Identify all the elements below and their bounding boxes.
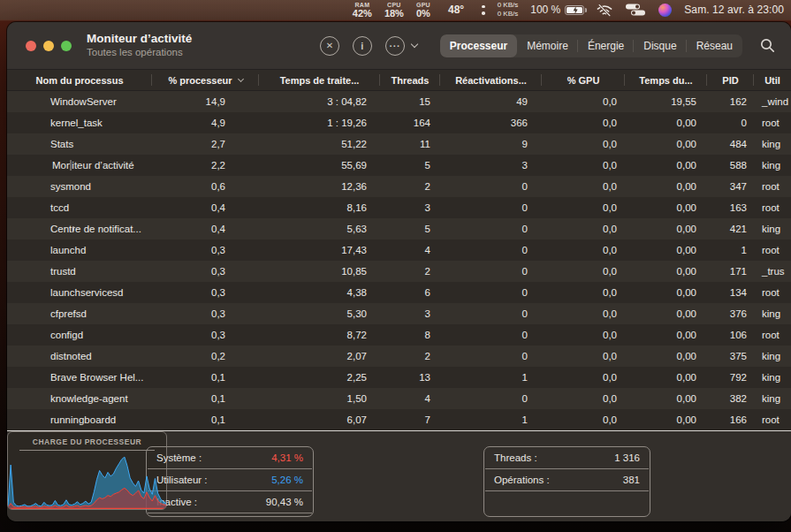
table-row[interactable]: WindowServer 14,9 3 : 04,82 15 49 0,0 19…	[7, 91, 791, 112]
process-name: knowledge-agent	[50, 393, 128, 404]
more-options-button[interactable]: ···	[385, 36, 405, 56]
threads-count: 2	[380, 266, 440, 277]
cpu-time: 8,16	[259, 202, 380, 213]
table-row[interactable]: cfprefsd 0,3 5,30 3 0 0,0 0,00 376 king	[7, 303, 791, 324]
search-icon[interactable]	[760, 38, 775, 53]
table-row[interactable]: kernel_task 4,9 1 : 19,26 164 366 0,0 0,…	[7, 112, 791, 133]
tab-processeur[interactable]: Processeur	[440, 34, 517, 57]
column-header-user[interactable]: Util	[754, 70, 791, 90]
table-row[interactable]: trustd 0,3 10,85 2 0 0,0 0,00 171 _trus	[7, 261, 791, 282]
user-name: root	[754, 181, 791, 192]
threads-count: 7	[380, 414, 440, 425]
menubar-ram-widget[interactable]: RAM 42%	[353, 2, 372, 19]
table-row[interactable]: distnoted 0,2 2,07 2 0 0,0 0,00 375 king	[7, 346, 791, 367]
gpu-percent: 0,0	[542, 181, 625, 192]
threads-count: 11	[380, 139, 440, 149]
gpu-time: 0,00	[625, 181, 707, 192]
table-row[interactable]: tccd 0,4 8,16 3 0 0,0 0,00 163 root	[7, 197, 791, 218]
gpu-time: 0,00	[625, 266, 707, 277]
pid: 484	[707, 139, 754, 149]
siri-icon[interactable]	[658, 4, 672, 17]
temperature-widget[interactable]: 48°	[448, 4, 464, 16]
menubar-cpu-widget[interactable]: CPU 18%	[384, 2, 404, 19]
wakeups-count: 0	[440, 224, 542, 234]
pid: 162	[707, 96, 754, 107]
gpu-percent: 0,0	[542, 308, 625, 319]
battery-widget[interactable]: 100 %	[530, 4, 584, 16]
process-name: WindowServer	[50, 96, 117, 107]
table-row[interactable]: Stats 2,7 51,22 11 9 0,0 0,00 484 king	[7, 133, 791, 155]
quit-process-button[interactable]: ✕	[320, 36, 339, 56]
minimize-button[interactable]	[43, 41, 54, 51]
column-header-gpu[interactable]: % GPU	[542, 70, 625, 90]
user-name: root	[754, 287, 791, 298]
cpu-time: 2,25	[259, 372, 380, 383]
tab-memoire[interactable]: Mémoire	[517, 34, 578, 57]
table-row[interactable]: runningboardd 0,1 6,07 7 1 0,0 0,00 166 …	[7, 409, 791, 430]
cpu-percent: 0,1	[152, 372, 259, 383]
cpu-time: 5,30	[259, 308, 380, 319]
table-row[interactable]: Brave Browser Hel... 0,1 2,25 13 1 0,0 0…	[7, 367, 791, 388]
user-name: king	[754, 393, 791, 404]
ram-value: 42%	[353, 9, 372, 19]
window-title: Moniteur d’activité	[87, 32, 192, 46]
column-header-gpu-time[interactable]: Temps du...	[625, 70, 707, 90]
wakeups-count: 0	[440, 308, 542, 319]
column-header-wakeups[interactable]: Réactivations...	[440, 70, 542, 90]
table-row[interactable]: Moniteur d’activité 2,2 55,69 5 3 0,0 0,…	[7, 155, 791, 176]
column-header-pid[interactable]: PID	[707, 70, 754, 90]
process-name: tccd	[50, 202, 69, 213]
user-name: root	[754, 118, 791, 128]
column-header-threads[interactable]: Threads	[380, 70, 440, 90]
table-row[interactable]: Centre de notificat... 0,4 5,63 5 0 0,0 …	[7, 218, 791, 239]
menubar-clock[interactable]: Sam. 12 avr. à 23:00	[684, 4, 784, 16]
process-name: Stats	[50, 139, 73, 149]
inspect-process-button[interactable]: i	[353, 36, 372, 56]
cpu-time: 17,43	[259, 245, 380, 255]
table-row[interactable]: launchd 0,3 17,43 4 0 0,0 0,00 1 root	[7, 239, 791, 261]
tab-energie[interactable]: Énergie	[578, 34, 634, 57]
gpu-time: 0,00	[625, 372, 707, 383]
zoom-button[interactable]	[61, 41, 72, 51]
control-center-icon[interactable]	[625, 4, 646, 16]
chevron-down-icon[interactable]	[411, 41, 418, 48]
wakeups-count: 1	[440, 372, 542, 383]
column-header-cpu-time[interactable]: Temps de traite...	[259, 70, 380, 90]
table-row[interactable]: knowledge-agent 0,1 1,50 4 0 0,0 0,00 38…	[7, 388, 791, 409]
battery-percent: 100 %	[530, 4, 560, 16]
threads-count: 6	[380, 287, 440, 298]
gpu-time: 0,00	[625, 287, 707, 298]
column-header-cpu[interactable]: % processeur	[152, 70, 259, 90]
gpu-percent: 0,0	[542, 330, 625, 340]
gpu-percent: 0,0	[542, 372, 625, 383]
network-speed-widget[interactable]: 0 KB/s 0 KB/s	[498, 2, 519, 18]
stats-dots-icon[interactable]	[482, 5, 485, 15]
table-row[interactable]: configd 0,3 8,72 8 0 0,0 0,00 106 root	[7, 324, 791, 346]
view-tabs: Processeur Mémoire Énergie Disque Réseau	[440, 34, 742, 57]
column-header-name[interactable]: Nom du processus	[7, 70, 152, 90]
user-name: root	[754, 202, 791, 213]
process-name: distnoted	[50, 351, 92, 361]
user-name: king	[754, 139, 791, 149]
cpu-load-chart: CHARGE DU PROCESSEUR	[7, 431, 167, 510]
gpu-time: 0,00	[625, 160, 707, 171]
footer-panel: Système : 4,31 % Utilisateur : 5,26 % In…	[7, 430, 791, 521]
cpu-time: 4,38	[259, 287, 380, 298]
tab-reseau[interactable]: Réseau	[687, 34, 742, 57]
gpu-percent: 0,0	[542, 118, 625, 128]
tab-disque[interactable]: Disque	[634, 34, 686, 57]
close-button[interactable]	[26, 41, 36, 51]
user-name: king	[754, 351, 791, 361]
wifi-off-icon[interactable]	[597, 4, 612, 17]
pid: 421	[707, 224, 754, 234]
sort-chevron-icon	[238, 76, 244, 82]
table-row[interactable]: launchservicesd 0,3 4,38 6 0 0,0 0,00 13…	[7, 282, 791, 303]
process-name: launchd	[50, 245, 86, 255]
table-row[interactable]: sysmond 0,6 12,36 2 0 0,0 0,00 347 root	[7, 176, 791, 197]
wakeups-count: 0	[440, 245, 542, 255]
cpu-time: 8,72	[259, 330, 380, 340]
wakeups-count: 0	[440, 202, 542, 213]
gpu-time: 0,00	[625, 330, 707, 340]
menubar-gpu-widget[interactable]: GPU 0%	[416, 2, 430, 19]
user-name: root	[754, 414, 791, 425]
